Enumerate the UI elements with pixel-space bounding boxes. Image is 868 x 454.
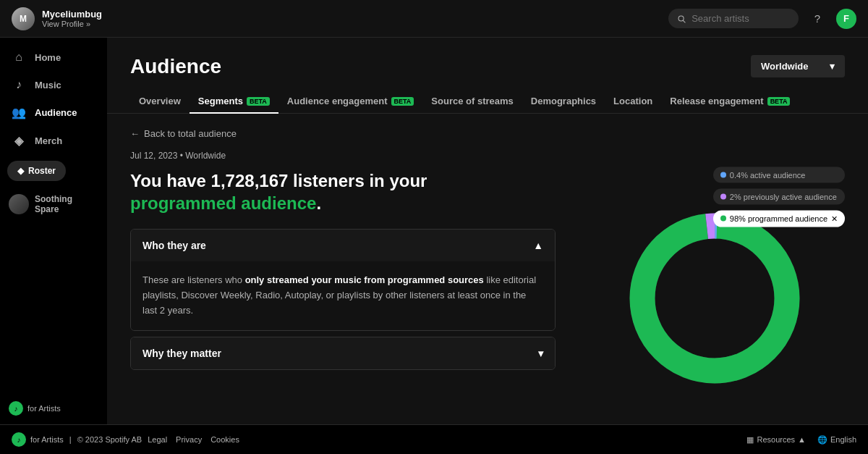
tab-segments[interactable]: SegmentsBeta xyxy=(190,90,278,114)
accordion-who: Who they are ▲ These are listeners who o… xyxy=(130,229,556,330)
close-icon[interactable]: ✕ xyxy=(831,214,838,223)
chevron-down-icon: ▾ xyxy=(538,348,543,359)
resources-button[interactable]: ▦ Resources ▲ xyxy=(746,435,805,445)
footer-for-artists: for Artists xyxy=(30,435,64,444)
search-input[interactable] xyxy=(692,13,790,24)
footer-logo: ♪ for Artists xyxy=(12,432,64,447)
back-link-label: Back to total audience xyxy=(144,128,237,139)
legend-active-audience: 0.4% active audience xyxy=(713,167,845,182)
sidebar-item-merch[interactable]: ◈Merch xyxy=(0,127,107,155)
footer-left: ♪ for Artists | © 2023 Spotify AB LegalP… xyxy=(12,432,239,447)
roster-label: Roster xyxy=(28,166,56,176)
footer-link-legal[interactable]: Legal xyxy=(148,435,167,444)
programmed-label: 98% programmed audience xyxy=(730,214,827,223)
main-content: Audience Worldwide ▾ OverviewSegmentsBet… xyxy=(107,38,868,424)
brand-name: Myceliumbug xyxy=(42,9,102,20)
footer-links: LegalPrivacyCookies xyxy=(148,435,239,444)
headline-end: . xyxy=(316,193,321,213)
chevron-up-icon: ▲ xyxy=(798,435,806,444)
artist-avatar xyxy=(9,194,29,214)
copyright: © 2023 Spotify AB xyxy=(77,435,142,444)
help-button[interactable]: ? xyxy=(807,9,827,29)
spotify-icon: ♪ xyxy=(9,401,23,416)
legend-prev-active-audience: 2% previously active audience xyxy=(713,188,845,204)
beta-badge-audience_engagement: Beta xyxy=(391,97,414,106)
tab-label-segments: Segments xyxy=(198,96,243,106)
dropdown-label: Worldwide xyxy=(761,61,808,72)
headline-text2: listeners in your xyxy=(288,171,427,190)
tab-demographics[interactable]: Demographics xyxy=(522,90,605,114)
artist-profile[interactable]: Soothing Spare xyxy=(0,187,107,222)
accordion-who-header[interactable]: Who they are ▲ xyxy=(131,230,555,261)
accordion-who-label: Who they are xyxy=(142,240,206,251)
user-avatar[interactable]: F xyxy=(836,9,856,29)
tab-label-audience_engagement: Audience engagement xyxy=(287,96,388,106)
footer-right: ▦ Resources ▲ 🌐 English xyxy=(746,435,856,445)
headline-text: You have xyxy=(130,171,211,190)
back-link[interactable]: ← Back to total audience xyxy=(130,128,556,139)
topbar: M Myceliumbug View Profile » ? F xyxy=(0,0,868,38)
content-left: ← Back to total audience Jul 12, 2023 • … xyxy=(130,114,556,424)
beta-badge-release_engagement: Beta xyxy=(767,97,791,106)
music-icon: ♪ xyxy=(12,78,26,91)
tab-release_engagement[interactable]: Release engagementBeta xyxy=(661,90,799,114)
sidebar-item-home[interactable]: ⌂Home xyxy=(0,43,107,71)
active-dot xyxy=(720,172,726,177)
footer-spotify-icon: ♪ xyxy=(12,432,26,447)
resources-label: Resources xyxy=(757,435,795,444)
chevron-down-icon: ▾ xyxy=(830,61,835,72)
sidebar-item-audience[interactable]: 👥Audience xyxy=(0,98,107,127)
sidebar-label-home: Home xyxy=(35,52,61,63)
sidebar: ⌂Home♪Music👥Audience◈Merch ◆ Roster Soot… xyxy=(0,38,107,424)
roster-button[interactable]: ◆ Roster xyxy=(7,161,66,181)
for-artists-logo: ♪ for Artists xyxy=(9,401,98,416)
legend-programmed-audience[interactable]: 98% programmed audience ✕ xyxy=(713,210,845,227)
headline-green: programmed audience xyxy=(130,193,316,213)
body-text1: These are listeners who xyxy=(142,274,245,285)
beta-badge-segments: Beta xyxy=(247,97,270,106)
footer-link-cookies[interactable]: Cookies xyxy=(210,435,239,444)
accordion-why-header[interactable]: Why they matter ▾ xyxy=(131,337,555,369)
footer: ♪ for Artists | © 2023 Spotify AB LegalP… xyxy=(0,424,868,454)
footer-link-privacy[interactable]: Privacy xyxy=(176,435,202,444)
accordion-who-body: These are listeners who only streamed yo… xyxy=(131,261,555,329)
merch-icon: ◈ xyxy=(12,134,26,148)
sidebar-label-merch: Merch xyxy=(35,135,62,146)
sidebar-footer: ♪ for Artists xyxy=(0,392,107,424)
content-right: 0.4% active audience 2% previously activ… xyxy=(570,114,845,424)
language-label: English xyxy=(830,435,856,444)
chart-legends: 0.4% active audience 2% previously activ… xyxy=(713,167,845,227)
prev-active-dot xyxy=(720,193,726,199)
layout: ⌂Home♪Music👥Audience◈Merch ◆ Roster Soot… xyxy=(0,38,868,424)
tab-source_of_streams[interactable]: Source of streams xyxy=(422,90,522,114)
accordion-why: Why they matter ▾ xyxy=(130,337,556,370)
back-arrow-icon: ← xyxy=(130,128,140,139)
tab-label-overview: Overview xyxy=(139,96,181,106)
search-box[interactable] xyxy=(668,9,799,28)
sidebar-label-music: Music xyxy=(35,80,61,91)
sidebar-item-music[interactable]: ♪Music xyxy=(0,71,107,98)
home-icon: ⌂ xyxy=(12,51,26,64)
language-button[interactable]: 🌐 English xyxy=(817,435,856,445)
tab-audience_engagement[interactable]: Audience engagementBeta xyxy=(278,90,423,114)
svg-line-1 xyxy=(683,20,685,22)
tab-overview[interactable]: Overview xyxy=(130,90,190,114)
content-area: ← Back to total audience Jul 12, 2023 • … xyxy=(107,114,868,424)
svg-point-3 xyxy=(642,226,787,371)
tab-label-location: Location xyxy=(613,96,652,106)
tabs-bar: OverviewSegmentsBetaAudience engagementB… xyxy=(107,78,868,114)
search-icon xyxy=(677,14,686,24)
brand-sub: View Profile » xyxy=(42,20,102,28)
headline: You have 1,728,167 listeners in your pro… xyxy=(130,169,556,214)
bar-chart-icon: ▦ xyxy=(746,435,754,445)
brand-info: Myceliumbug View Profile » xyxy=(42,9,102,28)
artist-name: Soothing Spare xyxy=(35,194,98,214)
for-artists-label: for Artists xyxy=(27,404,61,413)
date-location: Jul 12, 2023 • Worldwide xyxy=(130,151,556,161)
tab-location[interactable]: Location xyxy=(605,90,661,114)
page-title: Audience xyxy=(130,55,221,78)
avatar: M xyxy=(12,7,35,30)
page-header: Audience Worldwide ▾ xyxy=(107,38,868,78)
worldwide-dropdown[interactable]: Worldwide ▾ xyxy=(751,55,845,77)
chart-container: 0.4% active audience 2% previously activ… xyxy=(577,168,838,385)
